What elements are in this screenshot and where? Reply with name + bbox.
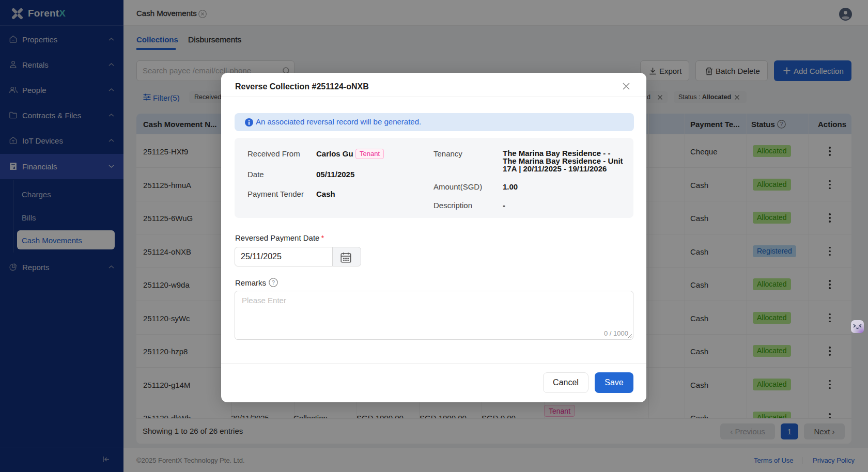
svg-text:?: ? xyxy=(272,279,275,286)
